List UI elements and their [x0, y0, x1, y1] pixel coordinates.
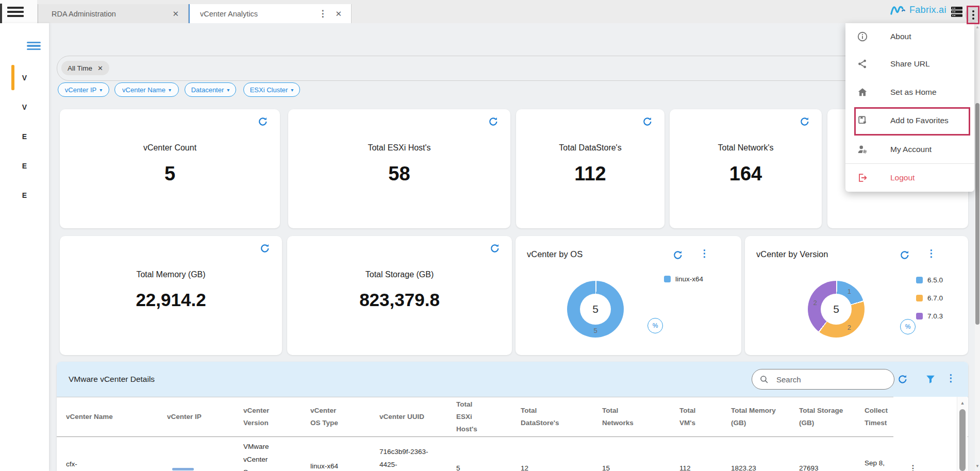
sidebar-item-label: E: [22, 191, 27, 199]
column-header[interactable]: Total VM's: [679, 405, 710, 429]
column-header[interactable]: vCenter IP: [167, 411, 203, 423]
legend-item[interactable]: 7.0.3: [916, 312, 943, 320]
kpi-title: vCenter Count: [60, 143, 280, 153]
donut-chart-vcenter-by-version[interactable]: 5 122: [808, 281, 865, 338]
menu-item-my-account[interactable]: My Account: [845, 135, 974, 163]
percent-toggle-button[interactable]: %: [900, 319, 916, 334]
refresh-icon[interactable]: [259, 243, 271, 254]
sidebar-hamburger-icon[interactable]: [27, 42, 41, 50]
time-filter-label: All Time: [68, 64, 92, 72]
column-header[interactable]: vCenter Name: [66, 411, 143, 423]
column-header[interactable]: Collect Timest: [865, 405, 894, 429]
server-stack-icon[interactable]: [951, 6, 963, 18]
column-header[interactable]: vCenter Version: [243, 405, 285, 429]
refresh-icon[interactable]: [897, 374, 908, 385]
kpi-card-total-storage: Total Storage (GB) 823,379.8: [287, 236, 512, 355]
filter-chip-esxi-cluster[interactable]: ESXi Cluster▾: [243, 82, 300, 97]
kpi-title: Total Memory (GB): [60, 270, 282, 279]
filter-chip-datacenter[interactable]: Datacenter▾: [185, 82, 236, 97]
donut-segment-label: 2: [848, 323, 851, 331]
cell-os-type: linux-x64: [310, 460, 357, 471]
row-actions-kebab-icon[interactable]: ⋮: [906, 463, 920, 471]
refresh-icon[interactable]: [899, 249, 910, 261]
sidebar-item-4[interactable]: E: [0, 151, 49, 180]
scroll-down-icon[interactable]: ▼: [975, 464, 980, 468]
kpi-value: 58: [288, 163, 510, 185]
donut-center-value: 5: [821, 294, 852, 325]
sidebar-item-2[interactable]: V: [0, 92, 49, 122]
legend-label: 6.7.0: [927, 294, 943, 302]
column-header[interactable]: Total Memory (GB): [731, 405, 777, 429]
cell-memory: 1823.23: [731, 462, 777, 471]
menu-item-share-url[interactable]: Share URL: [845, 49, 974, 78]
page-scrollbar[interactable]: ▲ ▼: [975, 23, 980, 471]
column-header[interactable]: vCenter OS Type: [310, 405, 346, 429]
refresh-icon[interactable]: [799, 116, 810, 127]
refresh-icon[interactable]: [257, 116, 269, 127]
close-icon[interactable]: ✕: [333, 8, 344, 20]
sidebar-item-label: E: [22, 132, 27, 141]
donut-segment-label: 1: [848, 288, 851, 295]
close-icon[interactable]: ✕: [97, 64, 103, 72]
card-kebab-icon[interactable]: ⋮: [924, 247, 938, 259]
chevron-down-icon: ▾: [291, 87, 293, 93]
table-scrollbar-thumb[interactable]: [959, 409, 966, 471]
legend-item[interactable]: linux-x64: [664, 275, 703, 283]
refresh-icon[interactable]: [489, 243, 501, 254]
column-header[interactable]: vCenter UUID: [379, 411, 428, 423]
cell-timestamp: Sep 8,: [865, 457, 894, 469]
cell-vcenter-version: VMware vCenter Server: [243, 440, 285, 471]
kpi-title: Total ESXi Host's: [288, 143, 510, 153]
table-scrollbar[interactable]: ▲: [957, 397, 968, 471]
refresh-icon[interactable]: [672, 249, 684, 261]
scroll-up-icon[interactable]: ▲: [957, 400, 968, 406]
kpi-title: Total Network's: [670, 143, 822, 153]
refresh-icon[interactable]: [488, 116, 499, 127]
menu-item-add-to-favorites[interactable]: Add to Favorites: [845, 106, 974, 135]
search-input[interactable]: [775, 375, 870, 384]
scroll-up-icon[interactable]: ▲: [975, 25, 980, 29]
cell-vcenter-ip-link-clipped[interactable]: [172, 468, 194, 470]
user-menu-kebab-icon[interactable]: [965, 7, 980, 23]
cell-vms: 112: [679, 462, 710, 471]
close-icon[interactable]: ✕: [170, 8, 181, 20]
sidebar-item-5[interactable]: E: [0, 180, 49, 210]
table-kebab-icon[interactable]: ⋮: [944, 372, 958, 384]
menu-item-about[interactable]: About: [845, 23, 974, 49]
menu-item-label: About: [890, 32, 911, 41]
table-row[interactable]: cfx- VMware vCenter Server linux-x64 716…: [57, 437, 968, 471]
percent-toggle-button[interactable]: %: [647, 318, 663, 333]
chart-title: vCenter by Version: [756, 249, 828, 259]
column-header[interactable]: Total ESXi Host's: [456, 398, 487, 435]
pinned-actions-column: ⋮: [893, 397, 957, 471]
column-header[interactable]: Total Storage (GB): [799, 405, 845, 429]
card-kebab-icon[interactable]: ⋮: [697, 247, 711, 259]
tab-rda-administration[interactable]: RDA Administration ✕: [38, 4, 189, 23]
filter-funnel-icon[interactable]: [925, 374, 936, 385]
tab-vcenter-analytics[interactable]: vCenter Analytics ⋮ ✕: [189, 4, 352, 23]
brand-name: Fabrix.ai: [909, 5, 946, 15]
cell-datastores: 12: [521, 462, 575, 471]
vcenter-details-panel: VMware vCenter Details ⋮ vCenter Name vC…: [57, 362, 968, 471]
filter-chip-label: ESXi Cluster: [250, 86, 288, 94]
refresh-icon[interactable]: [642, 116, 653, 127]
cell-storage: 27693: [799, 462, 845, 471]
menu-item-set-as-home[interactable]: Set as Home: [845, 78, 974, 106]
page-scrollbar-thumb[interactable]: [975, 103, 979, 325]
main-hamburger-icon[interactable]: [7, 7, 24, 17]
tab-kebab-icon[interactable]: ⋮: [316, 8, 329, 19]
donut-chart-vcenter-by-os[interactable]: 5 5: [567, 281, 624, 338]
legend-item[interactable]: 6.7.0: [916, 294, 943, 302]
tab-label: vCenter Analytics: [200, 10, 316, 18]
filter-chip-vcenter-ip[interactable]: vCenter IP▾: [58, 82, 109, 97]
menu-item-logout[interactable]: Logout: [845, 164, 974, 192]
filter-chip-vcenter-name[interactable]: vCenter Name▾: [114, 82, 179, 97]
time-filter-chip[interactable]: All Time ✕: [61, 61, 109, 75]
legend-item[interactable]: 6.5.0: [916, 276, 943, 284]
column-header[interactable]: Total DataStore's: [521, 405, 575, 429]
legend-swatch: [916, 295, 923, 301]
cell-networks: 15: [602, 462, 649, 471]
sidebar-item-1[interactable]: V: [0, 63, 49, 92]
column-header[interactable]: Total Networks: [602, 405, 649, 429]
sidebar-item-3[interactable]: E: [0, 122, 49, 151]
